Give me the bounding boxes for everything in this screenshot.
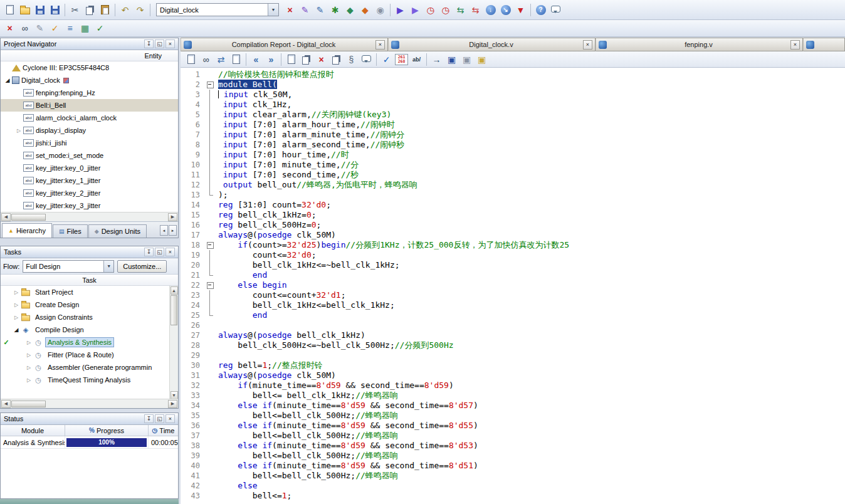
code-line[interactable]: 30reg bell=1;//整点报时铃 bbox=[181, 360, 845, 370]
code-line[interactable]: 21 end bbox=[181, 270, 845, 280]
pin-icon[interactable]: ↧ bbox=[144, 39, 154, 48]
outdent-icon[interactable]: « bbox=[249, 52, 263, 66]
save-icon[interactable] bbox=[33, 3, 47, 17]
indent-icon[interactable]: » bbox=[264, 52, 278, 66]
programmer-icon[interactable]: ↓ bbox=[483, 3, 498, 17]
task-item[interactable]: ▷◷TimeQuest Timing Analysis bbox=[1, 374, 170, 386]
copy-icon[interactable] bbox=[83, 3, 97, 17]
signal-probe-icon[interactable]: ▼ bbox=[513, 3, 528, 17]
pause-icon[interactable]: ◉ bbox=[373, 3, 387, 17]
progress-column-header[interactable]: % Progress bbox=[65, 425, 149, 436]
code-line[interactable]: 8 input [7:0] alarm_second_time,//闹钟秒 bbox=[181, 140, 845, 150]
code-line[interactable]: 25 end bbox=[181, 310, 845, 320]
task-item[interactable]: ▷Create Design bbox=[1, 298, 170, 311]
report-table-icon[interactable]: ▦ bbox=[78, 21, 92, 36]
debugger-icon[interactable]: ↘ bbox=[498, 3, 513, 17]
code-line[interactable]: 6 input [7:0] alarm_hour_time,//闹钟时 bbox=[181, 120, 845, 130]
settings-icon[interactable]: ✱ bbox=[328, 3, 342, 17]
tabs-scroll-left-icon[interactable]: ◂ bbox=[160, 225, 168, 236]
redo-icon[interactable]: ↷ bbox=[133, 3, 147, 17]
open-file-icon[interactable] bbox=[18, 3, 32, 17]
code-line[interactable]: 42 else bbox=[181, 481, 845, 491]
task-item[interactable]: ◢◈Compile Design bbox=[1, 323, 170, 336]
tree-item[interactable]: abdkey_jitter:key_3_jitter bbox=[1, 199, 178, 212]
expand-icon[interactable]: ▷ bbox=[24, 365, 33, 370]
tree-item[interactable]: abdBell:i_Bell bbox=[1, 99, 178, 112]
float-icon[interactable]: ◱ bbox=[155, 248, 164, 256]
comment-icon[interactable] bbox=[329, 52, 344, 66]
code-line[interactable]: 1//响铃模块包括闹钟和整点报时 bbox=[181, 70, 845, 80]
close-icon[interactable]: × bbox=[790, 40, 800, 50]
scroll-thumb[interactable] bbox=[11, 214, 46, 221]
new-file-icon[interactable] bbox=[3, 3, 17, 17]
stop-processing-icon[interactable]: × bbox=[283, 3, 297, 17]
tree-item[interactable]: abdkey_jitter:key_0_jitter bbox=[1, 162, 178, 174]
code-line[interactable]: 31always@(posedge clk_50M) bbox=[181, 370, 845, 381]
code-line[interactable]: 4 input clk_1Hz, bbox=[181, 100, 845, 110]
code-line[interactable]: 5 input clear_alarm,//关闭闹钟键(key3) bbox=[181, 110, 845, 120]
expand-icon[interactable]: ▷ bbox=[12, 302, 21, 308]
document-tab[interactable]: Digital_clock.v× bbox=[388, 38, 596, 51]
pin-icon[interactable]: ↧ bbox=[144, 414, 154, 423]
task-item[interactable]: ✓▷◷Analysis & Synthesis bbox=[1, 336, 170, 349]
code-line[interactable]: 32 if(minute_time==8'd59 && second_time=… bbox=[181, 381, 845, 391]
expand-icon[interactable]: ▷ bbox=[24, 340, 33, 345]
code-line[interactable]: 13); bbox=[181, 190, 845, 200]
fold-collapse-icon[interactable] bbox=[203, 80, 217, 90]
pin-icon[interactable]: ↧ bbox=[144, 248, 154, 256]
duplicate-line-icon[interactable] bbox=[299, 52, 313, 66]
tree-item[interactable]: abdfenping:fenping_Hz bbox=[1, 87, 178, 99]
insert-template-icon[interactable] bbox=[284, 52, 298, 66]
scroll-right-icon[interactable]: ▶ bbox=[168, 213, 177, 221]
scroll-left-icon[interactable]: ◀ bbox=[1, 213, 11, 221]
powerplay-icon[interactable]: ◷ bbox=[438, 3, 453, 17]
start-compilation-icon[interactable]: ▶ bbox=[393, 3, 407, 17]
netlist-viewer-icon[interactable]: ◆ bbox=[343, 3, 357, 17]
tree-item[interactable]: abdjishi:i_jishi bbox=[1, 137, 178, 149]
fold-collapse-icon[interactable] bbox=[203, 240, 217, 250]
task-item[interactable]: ▷◷Assembler (Generate programmin bbox=[1, 361, 170, 374]
code-line[interactable]: 9 input [7:0] hour_time,//时 bbox=[181, 150, 845, 160]
document-tab[interactable]: Compilation Report - Digital_clock× bbox=[181, 38, 388, 51]
word-toggle-icon[interactable]: ab/ bbox=[409, 52, 424, 66]
find-in-files-icon[interactable] bbox=[229, 52, 243, 66]
code-line[interactable]: 2module Bell( bbox=[181, 80, 845, 90]
code-line[interactable]: 20 bell_clk_1kHz<=~bell_clk_1kHz; bbox=[181, 260, 845, 270]
code-line[interactable]: 22 else begin bbox=[181, 280, 845, 290]
scroll-right-icon[interactable]: ▶ bbox=[168, 400, 177, 408]
tabs-scroll-right-icon[interactable]: ▸ bbox=[169, 225, 177, 236]
code-line[interactable]: 16reg bell_clk_500Hz=0; bbox=[181, 220, 845, 230]
close-icon[interactable]: × bbox=[165, 39, 175, 48]
check-doc-icon[interactable]: ✓ bbox=[93, 21, 107, 36]
code-line[interactable]: 37 bell<=bell_clk_500Hz;//蜂鸣器响 bbox=[181, 431, 845, 441]
tech-map-viewer-icon[interactable]: ⇆ bbox=[468, 3, 483, 17]
close-icon[interactable]: × bbox=[165, 248, 175, 256]
save-all-icon[interactable] bbox=[48, 3, 62, 17]
help-icon[interactable]: ? bbox=[533, 3, 548, 17]
fold-collapse-icon[interactable] bbox=[203, 280, 217, 290]
code-line[interactable]: 38 else if(minute_time==8'd59 && second_… bbox=[181, 441, 845, 451]
print-icon[interactable] bbox=[184, 52, 198, 66]
code-line[interactable]: 27always@(posedge bell_clk_1kHz) bbox=[181, 330, 845, 340]
tab-design-units[interactable]: ◆Design Units bbox=[88, 224, 147, 238]
paperclip-icon[interactable]: § bbox=[344, 52, 359, 66]
code-line[interactable]: 18 if(count>=32'd25)begin//分频到1KHz，计数25_… bbox=[181, 240, 845, 250]
scroll-left-icon[interactable]: ◀ bbox=[1, 400, 11, 408]
timequest-icon[interactable]: ◷ bbox=[423, 3, 438, 17]
tasks-hscrollbar[interactable]: ◀ ▶ bbox=[1, 399, 178, 408]
code-line[interactable]: 34 else if(minute_time==8'd59 && second_… bbox=[181, 401, 845, 411]
tree-item[interactable]: ▷abddisplay:i_display bbox=[1, 124, 178, 137]
chevron-down-icon[interactable]: ▼ bbox=[268, 4, 278, 16]
status-row[interactable]: Analysis & Synthesis 100% 00:00:05 bbox=[1, 436, 178, 449]
assignment-editor-icon[interactable]: ✎ bbox=[298, 3, 312, 17]
code-line[interactable]: 12 output bell_out//蜂鸣器,为低电平时，蜂鸣器响 bbox=[181, 180, 845, 190]
tree-item[interactable]: Cyclone III: EP3C55F484C8 bbox=[1, 61, 178, 74]
collapse-icon[interactable]: ◢ bbox=[3, 77, 12, 83]
code-line[interactable]: 19 count<=32'd0; bbox=[181, 250, 845, 260]
expand-icon[interactable]: ▷ bbox=[24, 377, 33, 383]
time-column-header[interactable]: ◷ Time bbox=[149, 425, 178, 436]
code-line[interactable]: 39 bell<=bell_clk_500Hz;//蜂鸣器响 bbox=[181, 451, 845, 461]
expand-icon[interactable]: ▷ bbox=[12, 290, 21, 295]
scroll-up-icon[interactable]: ▲ bbox=[171, 286, 178, 295]
code-line[interactable]: 41 bell<=bell_clk_500Hz;//蜂鸣器响 bbox=[181, 471, 845, 481]
